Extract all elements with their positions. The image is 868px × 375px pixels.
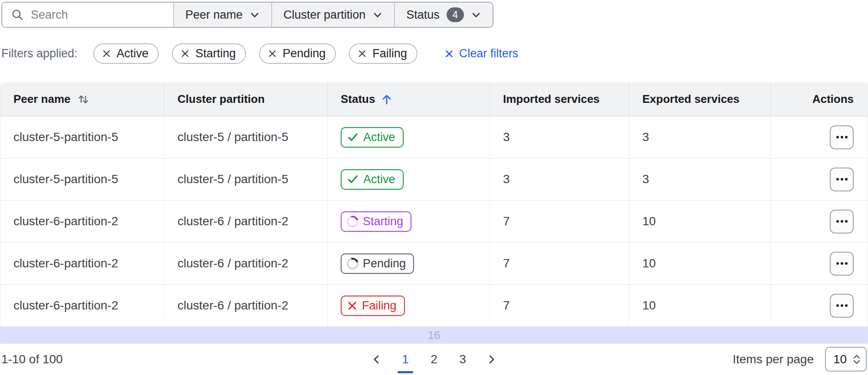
status-badge: Pending — [341, 253, 414, 274]
previous-page-button[interactable] — [368, 350, 386, 369]
status-label: Active — [363, 173, 395, 186]
peer-name-cell: cluster-6-partition-2 — [0, 243, 164, 285]
exported-services-cell: 10 — [629, 201, 770, 243]
column-header-status[interactable]: Status — [327, 82, 490, 116]
exported-services-cell: 3 — [629, 116, 770, 158]
results-range: 1-10 of 100 — [1, 352, 63, 366]
filter-chips: Active Starting Pending — [93, 43, 418, 64]
remove-filter-icon[interactable] — [358, 49, 367, 58]
peers-table: Peer name Cluster partition Status — [0, 82, 868, 344]
actions-cell — [770, 201, 868, 243]
next-page-button[interactable] — [482, 350, 500, 369]
peer-name-cell: cluster-6-partition-2 — [0, 285, 164, 327]
row-actions-button[interactable] — [830, 125, 854, 149]
imported-services-cell: 7 — [490, 243, 629, 285]
status-badge: Active — [341, 169, 404, 190]
cluster-partition-cell: cluster-5 / partition-5 — [164, 116, 327, 158]
filter-chip-pending[interactable]: Pending — [259, 43, 336, 64]
remove-filter-icon[interactable] — [102, 49, 111, 58]
status-label: Starting — [363, 215, 403, 228]
ellipsis-icon — [836, 220, 848, 223]
column-header-label: Status — [341, 92, 375, 106]
status-label: Active — [363, 131, 395, 144]
status-cell: Active — [327, 158, 490, 201]
status-cell: Pending — [327, 243, 490, 285]
status-filter-dropdown[interactable]: Status 4 — [394, 3, 493, 27]
chevron-left-icon — [372, 354, 382, 365]
table-row: cluster-5-partition-5 cluster-5 / partit… — [0, 116, 868, 158]
spinner-icon — [345, 214, 361, 230]
remove-filter-icon[interactable] — [268, 49, 277, 58]
chevron-right-icon — [486, 354, 496, 365]
ellipsis-icon — [836, 262, 848, 265]
column-header-label: Exported services — [642, 92, 740, 106]
filter-chip-label: Active — [117, 47, 149, 60]
ellipsis-icon — [836, 136, 848, 138]
peer-name-cell: cluster-5-partition-5 — [0, 116, 164, 158]
column-header-label: Imported services — [503, 92, 600, 106]
sort-ascending-icon — [381, 93, 392, 105]
row-actions-button[interactable] — [830, 168, 854, 191]
status-cell: Failing — [327, 285, 490, 327]
cluster-partition-cell: cluster-6 / partition-2 — [164, 201, 327, 243]
search-input[interactable] — [31, 8, 169, 22]
peer-name-filter-dropdown[interactable]: Peer name — [173, 3, 271, 27]
exported-services-cell: 3 — [629, 158, 770, 201]
search-icon — [11, 8, 24, 21]
status-badge: Active — [341, 127, 404, 148]
table-row: cluster-6-partition-2 cluster-6 / partit… — [0, 285, 868, 327]
peer-name-cell: cluster-6-partition-2 — [0, 201, 164, 243]
band-text: 16 — [428, 329, 441, 342]
filter-chip-failing[interactable]: Failing — [349, 43, 418, 64]
row-actions-button[interactable] — [830, 252, 854, 276]
filter-chip-label: Failing — [372, 47, 407, 60]
filter-chip-starting[interactable]: Starting — [172, 43, 246, 64]
column-header-label: Actions — [812, 92, 854, 105]
cluster-partition-filter-dropdown[interactable]: Cluster partition — [271, 3, 394, 27]
page-button-2[interactable]: 2 — [425, 350, 443, 369]
clear-filters-button[interactable]: Clear filters — [444, 47, 519, 60]
column-header-imported-services: Imported services — [490, 82, 629, 116]
status-filter-label: Status — [406, 8, 440, 22]
remove-filter-icon[interactable] — [181, 49, 190, 58]
items-per-page-select[interactable]: 10 — [825, 347, 867, 372]
sort-up-down-icon — [77, 93, 90, 106]
column-header-cluster-partition: Cluster partition — [164, 82, 327, 116]
page-button-1[interactable]: 1 — [396, 350, 414, 369]
items-per-page: Items per page 10 — [733, 347, 867, 372]
status-cell: Active — [327, 116, 490, 158]
items-per-page-value: 10 — [833, 352, 847, 366]
cluster-partition-cell: cluster-6 / partition-2 — [164, 285, 327, 327]
search-box[interactable] — [2, 3, 173, 27]
check-icon — [347, 131, 359, 143]
actions-cell — [770, 243, 868, 285]
page-button-3[interactable]: 3 — [454, 350, 472, 369]
cluster-partition-filter-label: Cluster partition — [283, 8, 365, 22]
column-header-peer-name[interactable]: Peer name — [0, 82, 164, 116]
peer-name-filter-label: Peer name — [185, 8, 243, 22]
table-row: cluster-6-partition-2 cluster-6 / partit… — [0, 243, 868, 285]
filter-chip-label: Pending — [283, 47, 326, 60]
ellipsis-icon — [836, 178, 848, 181]
highlighted-row-band: 16 — [0, 327, 868, 344]
column-header-exported-services: Exported services — [629, 82, 770, 116]
chevron-down-icon — [471, 10, 481, 20]
status-badge: Starting — [341, 211, 411, 232]
status-label: Pending — [363, 257, 406, 270]
filter-chip-active[interactable]: Active — [93, 43, 159, 64]
table-row: cluster-6-partition-2 cluster-6 / partit… — [0, 201, 868, 243]
applied-filters-row: Filters applied: Active Starting — [1, 43, 868, 64]
x-mark-icon — [347, 300, 358, 311]
status-badge: Failing — [341, 296, 405, 316]
items-per-page-label: Items per page — [733, 352, 814, 366]
imported-services-cell: 7 — [490, 285, 629, 327]
filter-chip-label: Starting — [195, 47, 236, 60]
row-actions-button[interactable] — [830, 210, 854, 234]
imported-services-cell: 3 — [490, 158, 629, 201]
actions-cell — [770, 285, 868, 327]
status-filter-count-badge: 4 — [447, 7, 464, 22]
actions-cell — [770, 116, 868, 158]
imported-services-cell: 3 — [490, 116, 629, 158]
peer-name-cell: cluster-5-partition-5 — [0, 158, 164, 201]
row-actions-button[interactable] — [830, 294, 854, 318]
